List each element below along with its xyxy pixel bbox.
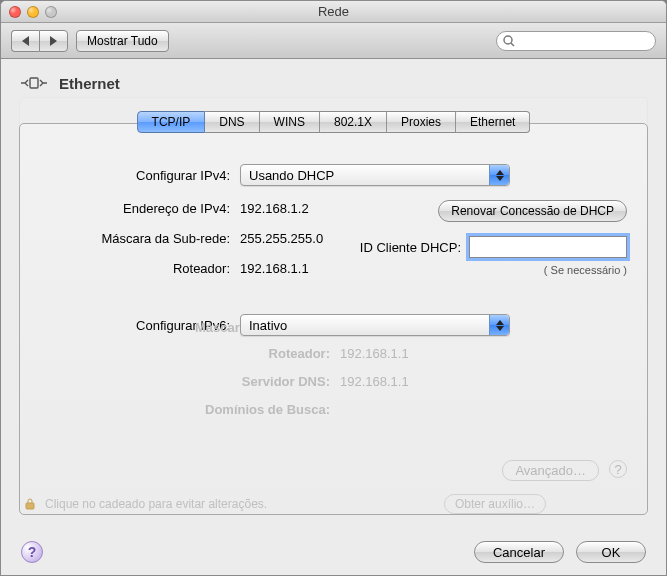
ghost-lock-row: Clique no cadeado para evitar alterações… [23, 497, 267, 511]
svg-rect-3 [26, 503, 34, 509]
interface-header: Ethernet [19, 73, 648, 93]
search-icon [503, 35, 515, 47]
tcpip-pane: Máscara de Sub-rede:255.255.255.0 Rotead… [19, 123, 648, 515]
interface-title: Ethernet [59, 75, 120, 92]
nav-buttons [11, 30, 68, 52]
traffic-lights [9, 6, 57, 18]
chevron-left-icon [22, 36, 29, 46]
ipv4-mask-label: Máscara da Sub-rede: [40, 231, 230, 246]
ghost-advanced: Avançado… ? [160, 460, 627, 481]
tab-wins[interactable]: WINS [260, 111, 320, 133]
dropdown-arrows-icon [489, 165, 509, 185]
ghost-row: Roteador:192.168.1.1 [160, 346, 617, 361]
zoom-icon[interactable] [45, 6, 57, 18]
tab-dns[interactable]: DNS [205, 111, 259, 133]
renew-dhcp-button[interactable]: Renovar Concessão de DHCP [438, 200, 627, 222]
chevron-right-icon [50, 36, 57, 46]
search-input[interactable] [519, 33, 667, 49]
ipv4-form: Configurar IPv4: Usando DHCP Endereço de… [40, 164, 627, 336]
ipv6-configure-label: Configurar IPv6: [40, 318, 230, 333]
ok-button[interactable]: OK [576, 541, 646, 563]
ipv4-address-label: Endereço de IPv4: [40, 201, 230, 216]
dhcp-client-id-label: ID Cliente DHCP: [360, 240, 461, 255]
tab-proxies[interactable]: Proxies [387, 111, 456, 133]
ipv4-method-value: Usando DHCP [249, 168, 334, 183]
toolbar: Mostrar Tudo [1, 23, 666, 59]
ipv4-router-value: 192.168.1.1 [240, 261, 323, 276]
cancel-button[interactable]: Cancelar [474, 541, 564, 563]
ipv4-router-label: Roteador: [40, 261, 230, 276]
content-area: Ethernet TCP/IP DNS WINS 802.1X Proxies … [1, 59, 666, 529]
close-icon[interactable] [9, 6, 21, 18]
ipv4-mask-value: 255.255.255.0 [240, 231, 323, 246]
dhcp-client-id-hint: ( Se necessário ) [544, 264, 627, 276]
tab-8021x[interactable]: 802.1X [320, 111, 387, 133]
window-title: Rede [1, 4, 666, 19]
titlebar: Rede [1, 1, 666, 23]
tab-tcpip[interactable]: TCP/IP [137, 111, 206, 133]
forward-button[interactable] [39, 30, 68, 52]
back-button[interactable] [11, 30, 39, 52]
svg-line-1 [511, 43, 514, 46]
ghost-row: Domínios de Busca: [160, 402, 617, 417]
svg-rect-2 [30, 78, 38, 88]
minimize-icon[interactable] [27, 6, 39, 18]
show-all-button[interactable]: Mostrar Tudo [76, 30, 169, 52]
tab-ethernet[interactable]: Ethernet [456, 111, 530, 133]
preferences-window: Rede Mostrar Tudo [0, 0, 667, 576]
ipv4-address-value: 192.168.1.2 [240, 201, 323, 216]
help-button[interactable]: ? [21, 541, 43, 563]
ghost-help-btn: Obter auxílio… [444, 497, 546, 511]
ipv6-method-value: Inativo [249, 318, 287, 333]
ipv4-method-dropdown[interactable]: Usando DHCP [240, 164, 510, 186]
lock-icon [23, 497, 37, 511]
svg-point-0 [504, 36, 512, 44]
ethernet-icon [19, 73, 49, 93]
ipv4-configure-label: Configurar IPv4: [40, 168, 230, 183]
tabbar: TCP/IP DNS WINS 802.1X Proxies Ethernet [137, 111, 531, 133]
search-field[interactable] [496, 31, 656, 51]
dhcp-client-id-input[interactable] [469, 236, 627, 258]
dropdown-arrows-icon [489, 315, 509, 335]
tab-panel: TCP/IP DNS WINS 802.1X Proxies Ethernet … [19, 111, 648, 515]
ghost-row: Servidor DNS:192.168.1.1 [160, 374, 617, 389]
ipv6-method-dropdown[interactable]: Inativo [240, 314, 510, 336]
dialog-footer: ? Cancelar OK [1, 529, 666, 575]
